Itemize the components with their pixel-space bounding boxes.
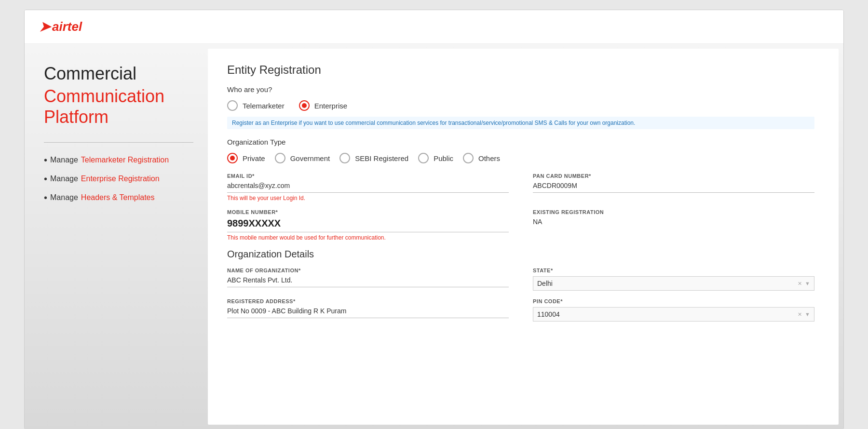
org-type-sebi[interactable]: SEBI Registered: [339, 153, 408, 163]
org-name-container: NAME OF ORGANIZATION* ABC Rentals Pvt. L…: [227, 268, 509, 291]
org-name-label: NAME OF ORGANIZATION*: [227, 268, 509, 273]
mobile-existing-grid: MOBILE NUMBER* 9899XXXXX This mobile num…: [227, 209, 814, 241]
email-pan-grid: EMAIL ID* abcrentals@xyz.com This will b…: [227, 173, 814, 201]
mobile-value[interactable]: 9899XXXXX: [227, 218, 509, 232]
public-label: Public: [434, 154, 453, 162]
org-type-public[interactable]: Public: [418, 153, 453, 163]
private-label: Private: [243, 154, 265, 162]
state-clear-icon[interactable]: ✕: [798, 281, 802, 287]
existing-reg-container: EXISTING REGISTRATION NA: [533, 209, 814, 241]
entity-registration-title: Entity Registration: [227, 63, 814, 77]
header: ➤ airtel: [25, 10, 843, 44]
others-radio[interactable]: [463, 153, 474, 163]
state-select[interactable]: Delhi ✕ ▼: [533, 276, 814, 291]
government-label: Government: [290, 154, 330, 162]
others-label: Others: [478, 154, 500, 162]
public-radio[interactable]: [418, 153, 429, 163]
org-type-label: Organization Type: [227, 138, 814, 146]
telemarketer-option[interactable]: Telemarketer: [227, 100, 285, 111]
org-name-value[interactable]: ABC Rentals Pvt. Ltd.: [227, 276, 509, 287]
org-name-state-grid: NAME OF ORGANIZATION* ABC Rentals Pvt. L…: [227, 268, 814, 291]
pan-label: PAN CARD NUMBER*: [533, 173, 814, 179]
email-warning: This will be your user Login Id.: [227, 195, 509, 201]
pin-code-select[interactable]: 110004 ✕ ▼: [533, 307, 814, 322]
pin-code-label: PIN CODE*: [533, 298, 814, 304]
main-layout: Commercial Communication Platform Manage…: [25, 44, 843, 429]
who-are-you-label: Who are you?: [227, 85, 814, 94]
mobile-field-container: MOBILE NUMBER* 9899XXXXX This mobile num…: [227, 209, 509, 241]
sidebar-title-platform: Platform: [44, 107, 193, 127]
enterprise-label: Enterprise: [314, 102, 347, 110]
state-arrow-icon[interactable]: ▼: [805, 281, 810, 286]
org-type-group: Private Government SEBI Registered Publi…: [227, 153, 814, 163]
pin-arrow-icon[interactable]: ▼: [805, 311, 810, 317]
mobile-warning: This mobile number would be used for fur…: [227, 234, 509, 241]
airtel-logo-icon: ➤: [39, 19, 50, 35]
enterprise-radio[interactable]: [299, 100, 310, 111]
enterprise-radio-dot: [302, 103, 307, 108]
sidebar: Commercial Communication Platform Manage…: [25, 44, 208, 429]
org-type-private[interactable]: Private: [227, 153, 265, 163]
telemarketer-label: Telemarketer: [243, 102, 285, 110]
email-field-container: EMAIL ID* abcrentals@xyz.com This will b…: [227, 173, 509, 201]
state-select-controls: ✕ ▼: [798, 281, 810, 287]
page-container: ➤ airtel Commercial Communication Platfo…: [24, 10, 844, 429]
sidebar-links: Manage Telemarketer Registration Manage …: [44, 155, 193, 203]
mobile-label: MOBILE NUMBER*: [227, 209, 509, 215]
sebi-label: SEBI Registered: [355, 154, 408, 162]
private-radio[interactable]: [227, 153, 238, 163]
org-details-title: Organization Details: [227, 249, 814, 260]
email-label: EMAIL ID*: [227, 173, 509, 179]
state-value: Delhi: [537, 280, 798, 287]
enterprise-info-text: Register as an Enterprise if you want to…: [227, 117, 814, 129]
private-radio-dot: [230, 156, 235, 161]
existing-reg-value: NA: [533, 218, 814, 226]
government-radio[interactable]: [275, 153, 285, 163]
state-container: STATE* Delhi ✕ ▼: [533, 268, 814, 291]
content-area: Entity Registration Who are you? Telemar…: [208, 49, 839, 425]
sidebar-link-headers-templates[interactable]: Headers & Templates: [81, 193, 155, 202]
sidebar-divider: [44, 142, 193, 143]
org-type-government[interactable]: Government: [275, 153, 330, 163]
sidebar-item-telemarketer: Manage Telemarketer Registration: [44, 155, 193, 166]
email-value[interactable]: abcrentals@xyz.com: [227, 182, 509, 193]
enterprise-option[interactable]: Enterprise: [299, 100, 347, 111]
org-type-others[interactable]: Others: [463, 153, 500, 163]
pin-select-controls: ✕ ▼: [798, 311, 810, 318]
pin-clear-icon[interactable]: ✕: [798, 311, 802, 318]
pin-code-container: PIN CODE* 110004 ✕ ▼: [533, 298, 814, 322]
sidebar-link-enterprise-registration[interactable]: Enterprise Registration: [81, 174, 160, 183]
state-label: STATE*: [533, 268, 814, 273]
telemarketer-radio[interactable]: [227, 100, 238, 111]
reg-address-label: REGISTERED ADDRESS*: [227, 298, 509, 304]
pan-value[interactable]: ABCDR0009M: [533, 182, 814, 193]
address-pin-grid: REGISTERED ADDRESS* Plot No 0009 - ABC B…: [227, 298, 814, 322]
sidebar-link-telemarketer-registration[interactable]: Telemarketer Registration: [81, 156, 169, 164]
pan-field-container: PAN CARD NUMBER* ABCDR0009M: [533, 173, 814, 201]
airtel-logo-text: airtel: [52, 19, 82, 34]
sidebar-title-communication: Communication: [44, 86, 193, 107]
sidebar-item-enterprise: Manage Enterprise Registration: [44, 174, 193, 185]
sidebar-title-commercial: Commercial: [44, 63, 193, 84]
sidebar-item-headers: Manage Headers & Templates: [44, 192, 193, 203]
sebi-radio[interactable]: [339, 153, 350, 163]
pin-code-value: 110004: [537, 310, 798, 318]
existing-reg-label: EXISTING REGISTRATION: [533, 209, 814, 215]
reg-address-value[interactable]: Plot No 0009 - ABC Building R K Puram: [227, 307, 509, 318]
who-are-you-group: Telemarketer Enterprise: [227, 100, 814, 111]
reg-address-container: REGISTERED ADDRESS* Plot No 0009 - ABC B…: [227, 298, 509, 322]
logo: ➤ airtel: [39, 19, 829, 35]
